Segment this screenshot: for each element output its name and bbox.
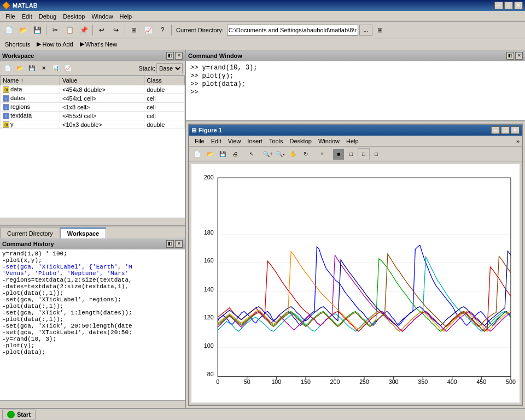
table-row[interactable]: ○textdata <455x9 cell> cell: [1, 112, 185, 120]
history-line[interactable]: -set(gca, 'XTickLabel', {'Earth', 'M: [1, 264, 184, 270]
plot-button[interactable]: 📈: [142, 24, 155, 36]
shortcuts-text: Shortcuts: [5, 41, 30, 48]
table-row[interactable]: ○regions <1x8 cell> cell: [1, 103, 185, 112]
delete-var-button[interactable]: ✕: [38, 63, 49, 74]
history-line[interactable]: -dates=textdata(2:size(textdata,1),: [1, 283, 184, 290]
fig-pan-button[interactable]: ✋: [287, 148, 299, 160]
history-line[interactable]: -y=rand(10, 3);: [1, 336, 184, 342]
history-line[interactable]: -plot(data(:,1));: [1, 316, 184, 323]
history-line[interactable]: -regions=textdata(1,2:size(textdata,: [1, 277, 184, 283]
plot-var-button[interactable]: 📊: [50, 63, 61, 74]
figure-minimize-button[interactable]: ─: [491, 126, 500, 134]
new-var-button[interactable]: 📄: [2, 63, 13, 74]
menu-window[interactable]: Window: [88, 12, 116, 21]
history-line[interactable]: -set(gca, 'XTickLabel', dates(20:50:: [1, 329, 184, 336]
col-value[interactable]: Value: [60, 76, 144, 85]
history-hscroll[interactable]: [0, 400, 185, 408]
fig-menu-insert[interactable]: Insert: [244, 137, 266, 145]
history-line[interactable]: -plot(x,y);: [1, 257, 184, 264]
history-line[interactable]: -plot(data);: [1, 349, 184, 355]
fig-menu-window[interactable]: Window: [315, 137, 343, 145]
fig-dock-arrow[interactable]: »: [516, 138, 520, 144]
history-line[interactable]: -plot(data(:,1));: [1, 290, 184, 296]
col-name[interactable]: Name ↑: [1, 76, 60, 85]
history-line[interactable]: -set(gca, 'XTick', 20:50:length(date: [1, 323, 184, 329]
explore-dir-button[interactable]: ⊞: [374, 24, 387, 36]
open-button[interactable]: 📂: [16, 24, 30, 36]
workspace-undock-button[interactable]: ◧: [166, 52, 174, 60]
cmd-content[interactable]: >> y=rand(10, 3);>> plot(y);>> plot(data…: [186, 61, 525, 120]
fig-color2-button[interactable]: □: [345, 148, 357, 160]
toolbar-sep-3: [125, 25, 125, 36]
history-line[interactable]: -plot(data(:,1));: [1, 303, 184, 310]
svg-text:120: 120: [204, 314, 214, 320]
redo-button[interactable]: ↪: [109, 24, 122, 36]
col-class[interactable]: Class: [144, 76, 185, 85]
stack-select[interactable]: Base: [156, 63, 183, 73]
new-file-button[interactable]: 📄: [2, 24, 15, 36]
history-close-button[interactable]: ✕: [175, 240, 183, 248]
menu-file[interactable]: File: [2, 12, 19, 21]
var-name-cell: ⊞y: [1, 120, 60, 129]
tab-workspace[interactable]: Workspace: [60, 228, 107, 238]
current-dir-input[interactable]: [227, 25, 358, 36]
copy-button[interactable]: 📋: [63, 24, 76, 36]
figure-close-button[interactable]: ✕: [511, 126, 520, 134]
fig-color4-button[interactable]: □: [370, 148, 382, 160]
fig-open-button[interactable]: 📂: [204, 148, 216, 160]
how-to-add-link[interactable]: ▶ How to Add: [34, 39, 75, 49]
fig-print-button[interactable]: 🖨: [229, 148, 241, 160]
cut-button[interactable]: ✂: [49, 24, 62, 36]
maximize-button[interactable]: □: [504, 2, 513, 9]
fig-menu-view[interactable]: View: [225, 137, 244, 145]
shortcuts-label[interactable]: Shortcuts: [2, 40, 33, 49]
fig-data-cursor-button[interactable]: +: [316, 148, 328, 160]
svg-text:450: 450: [476, 378, 486, 385]
fig-menu-desktop[interactable]: Desktop: [287, 137, 315, 145]
browse-button[interactable]: ...: [359, 25, 372, 36]
table-row[interactable]: ○dates <454x1 cell> cell: [1, 94, 185, 103]
save-var-button[interactable]: 💾: [26, 63, 37, 74]
paste-button[interactable]: 📌: [77, 24, 90, 36]
tab-current-directory[interactable]: Current Directory: [0, 228, 60, 238]
fig-menu-tools[interactable]: Tools: [266, 137, 287, 145]
var-graph-button[interactable]: 📈: [62, 63, 73, 74]
figure-maximize-button[interactable]: □: [501, 126, 510, 134]
save-button[interactable]: 💾: [31, 24, 44, 36]
help-button[interactable]: ?: [156, 24, 169, 36]
fig-zoom-in-button[interactable]: 🔍+: [262, 148, 274, 160]
menu-desktop[interactable]: Desktop: [60, 12, 88, 21]
fig-menu-file[interactable]: File: [191, 137, 208, 145]
menu-help[interactable]: Help: [116, 12, 136, 21]
undo-button[interactable]: ↩: [95, 24, 108, 36]
fig-zoom-out-button[interactable]: 🔍-: [275, 148, 287, 160]
history-line[interactable]: 'Venus', 'Pluto', 'Neptune', 'Mars': [1, 270, 184, 277]
start-button[interactable]: Start: [2, 410, 36, 419]
fig-select-button[interactable]: ↖: [246, 148, 258, 160]
table-row[interactable]: ⊞data <454x8 double> double: [1, 85, 185, 94]
fig-menu-edit[interactable]: Edit: [208, 137, 225, 145]
cmd-close-button[interactable]: ✕: [515, 52, 523, 60]
whats-new-link[interactable]: ▶ What's New: [77, 39, 120, 49]
fig-color3-button[interactable]: □: [358, 148, 370, 160]
cmd-undock-button[interactable]: ◧: [506, 52, 514, 60]
menu-edit[interactable]: Edit: [19, 12, 36, 21]
fig-new-button[interactable]: 📄: [191, 148, 203, 160]
fig-save-button[interactable]: 💾: [217, 148, 229, 160]
history-line[interactable]: -set(gca, 'XTick', 1:length(dates));: [1, 310, 184, 316]
fig-menu-help[interactable]: Help: [343, 137, 362, 145]
workspace-close-button[interactable]: ✕: [175, 52, 183, 60]
close-button[interactable]: ✕: [514, 2, 523, 9]
fig-rotate-button[interactable]: ↻: [300, 148, 312, 160]
open-var-button[interactable]: 📂: [14, 63, 25, 74]
simulink-button[interactable]: ⊞: [127, 24, 141, 36]
history-undock-button[interactable]: ◧: [166, 240, 174, 248]
history-line[interactable]: -set(gca, 'XTickLabel', regions);: [1, 296, 184, 303]
table-row[interactable]: ⊞y <10x3 double> double: [1, 120, 185, 129]
minimize-button[interactable]: ─: [494, 2, 503, 9]
workspace-hscroll[interactable]: [0, 218, 185, 225]
history-line[interactable]: y=rand(1,8) * 100;: [1, 250, 184, 257]
history-line[interactable]: -plot(y);: [1, 342, 184, 349]
fig-color1-button[interactable]: ■: [332, 148, 345, 160]
menu-debug[interactable]: Debug: [36, 12, 60, 21]
